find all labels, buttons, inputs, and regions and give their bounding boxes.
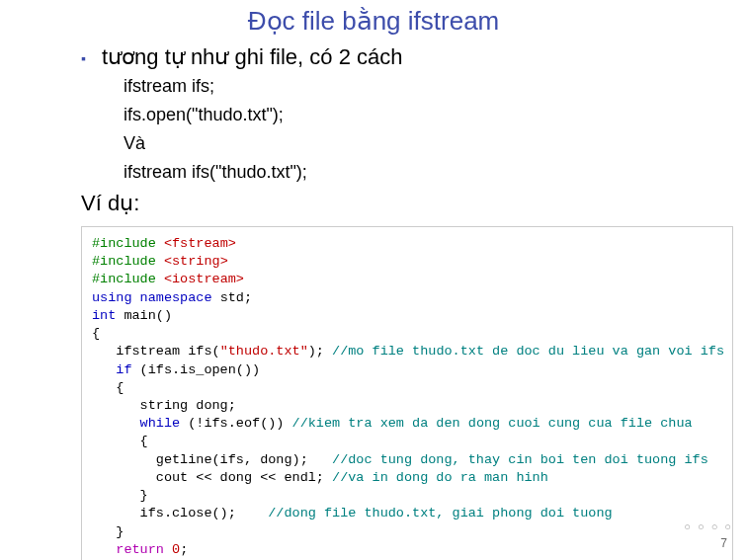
example-label: Ví dụ: <box>0 191 747 216</box>
using-kw: using namespace <box>92 290 220 305</box>
comment-4: //va in dong do ra man hinh <box>332 470 548 485</box>
filename-string: "thudo.txt" <box>220 344 308 359</box>
semicolon: ; <box>180 542 188 557</box>
cout-call: cout << dong << endl; <box>92 470 332 485</box>
page-number: 7 <box>720 536 727 550</box>
zero-literal: 0 <box>172 542 180 557</box>
open-brace-2: { <box>92 380 124 395</box>
string-decl: string dong; <box>92 398 236 413</box>
int-kw: int <box>92 308 124 323</box>
if-cond: (ifs.is_open()) <box>140 362 261 377</box>
inline-code-2: ifs.open("thudo.txt"); <box>0 105 747 125</box>
open-brace-3: { <box>92 434 148 448</box>
comment-3: //doc tung dong, thay cin boi ten doi tu… <box>332 452 708 467</box>
comment-2: //kiem tra xem da den dong cuoi cung cua… <box>292 416 693 431</box>
header-string: <string> <box>164 254 228 269</box>
comment-5: //dong file thudo.txt, giai phong doi tu… <box>268 506 612 520</box>
header-fstream: <fstream> <box>164 236 236 251</box>
header-iostream: <iostream> <box>164 272 244 286</box>
close-brace-3: } <box>92 488 148 503</box>
if-kw: if <box>92 362 140 377</box>
include-directive: #include <box>92 236 164 251</box>
open-brace: { <box>92 326 100 341</box>
close-call: ifs.close(); <box>92 506 268 520</box>
comment-1: //mo file thudo.txt de doc du lieu va ga… <box>332 344 724 359</box>
close-brace-2: } <box>92 524 124 539</box>
inline-code-4: ifstream ifs("thudo.txt"); <box>0 162 747 183</box>
return-kw: return <box>92 542 172 557</box>
inline-code-3: Và <box>0 133 747 154</box>
nav-dots-icon: ○ ○ ○ ○ <box>684 520 733 532</box>
std-text: std; <box>220 290 252 305</box>
ifs-decl: ifstream ifs( <box>92 344 220 359</box>
main-fn: main() <box>124 308 172 323</box>
while-kw: while <box>92 416 188 431</box>
include-directive: #include <box>92 272 164 286</box>
include-directive: #include <box>92 254 164 269</box>
while-cond: (!ifs.eof()) <box>188 416 291 431</box>
close-paren: ); <box>308 344 332 359</box>
bullet-text: tương tự như ghi file, có 2 cách <box>102 44 403 70</box>
code-example: #include <fstream> #include <string> #in… <box>81 226 733 560</box>
bullet-icon: ▪ <box>81 50 86 66</box>
inline-code-1: ifstream ifs; <box>0 76 747 97</box>
slide-title: Đọc file bằng ifstream <box>0 0 747 44</box>
getline-call: getline(ifs, dong); <box>92 452 332 467</box>
bullet-item: ▪ tương tự như ghi file, có 2 cách <box>0 44 747 70</box>
